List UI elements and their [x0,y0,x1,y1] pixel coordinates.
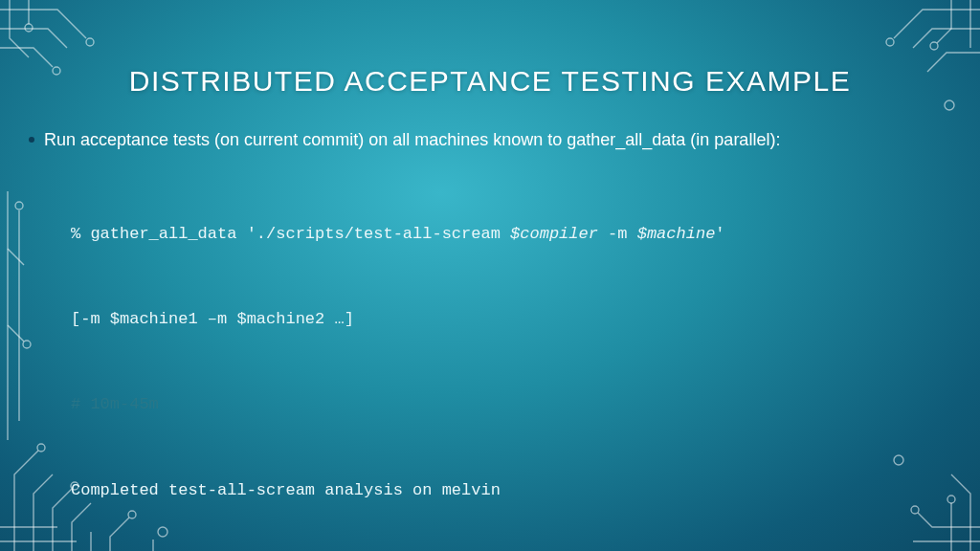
svg-point-3 [886,38,894,46]
svg-point-6 [15,202,23,209]
code-text: % gather_all_data './scripts/test-all-sc… [71,225,510,243]
svg-point-2 [25,24,33,32]
svg-point-0 [86,38,94,46]
slide-body: Run acceptance tests (on current commit)… [29,129,951,551]
slide: DISTRIBUTED ACCEPTANCE TESTING EXAMPLE R… [0,0,980,551]
code-options-line: [-m $machine1 –m $machine2 …] [71,305,951,334]
code-text: ' [715,225,724,243]
slide-title: DISTRIBUTED ACCEPTANCE TESTING EXAMPLE [0,65,980,98]
bullet-text: Run acceptance tests (on current commit)… [44,129,780,151]
code-block: % gather_all_data './scripts/test-all-sc… [71,163,951,551]
code-command-line: % gather_all_data './scripts/test-all-sc… [71,220,951,249]
code-output-line: Completed test-all-scream analysis on me… [71,476,951,505]
svg-point-5 [945,100,954,110]
code-text: -m [598,225,637,243]
bullet-icon [29,137,34,143]
svg-point-4 [930,42,938,50]
code-var: $compiler [510,225,598,243]
code-var: $machine [637,225,716,243]
bullet-item: Run acceptance tests (on current commit)… [29,129,951,151]
code-comment-line: # 10m-45m [71,390,951,419]
